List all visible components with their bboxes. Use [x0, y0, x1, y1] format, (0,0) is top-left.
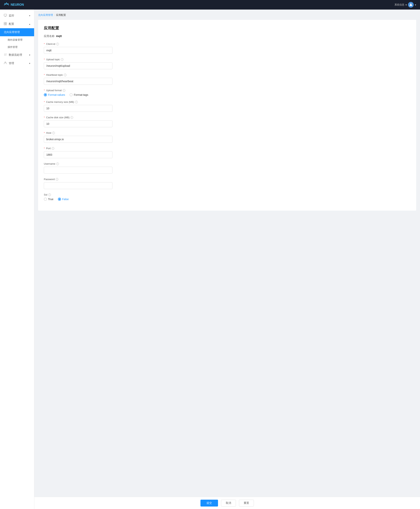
- sidebar-item-monitor[interactable]: 监控 ▾: [0, 11, 34, 20]
- heartbeat-topic-info-icon[interactable]: i: [64, 74, 67, 76]
- port-label: * Port i: [44, 147, 411, 150]
- username-input[interactable]: [44, 167, 112, 174]
- format-values-radio-dot[interactable]: [44, 93, 47, 96]
- logo-text: NEURON: [11, 3, 24, 7]
- main-content: 北向应用管理 / 应用配置 应用配置 应用名称 mqtt * Client-id…: [34, 9, 420, 509]
- logo: NEURON: [4, 2, 24, 8]
- client-id-group: * Client-id i: [44, 43, 411, 54]
- ssl-true-option[interactable]: True: [44, 198, 53, 201]
- upload-format-info-icon[interactable]: i: [63, 89, 65, 92]
- client-id-required-star: *: [44, 43, 45, 46]
- host-info-icon[interactable]: i: [52, 132, 55, 134]
- data-stream-chevron: ▾: [29, 54, 30, 56]
- client-id-input[interactable]: [44, 47, 112, 54]
- password-label: Password i: [44, 178, 411, 181]
- manage-icon: [4, 62, 7, 65]
- sidebar-item-south-device[interactable]: 南向设备管理: [0, 36, 34, 44]
- submit-button[interactable]: 提交: [201, 500, 218, 507]
- format-tags-option[interactable]: Format-tags: [69, 93, 88, 96]
- port-required-star: *: [44, 147, 45, 150]
- cache-disk-size-group: * Cache disk size (MB) i: [44, 116, 411, 127]
- cache-disk-info-icon[interactable]: i: [70, 116, 73, 119]
- host-input[interactable]: [44, 136, 112, 143]
- sidebar-item-data-stream-label: 数据流处理: [9, 53, 22, 57]
- sidebar-item-north-app[interactable]: 北向应用管理: [0, 28, 34, 36]
- data-stream-icon: [4, 53, 7, 57]
- format-tags-radio-dot[interactable]: [69, 93, 73, 96]
- svg-rect-3: [6, 22, 7, 23]
- svg-rect-1: [4, 14, 7, 16]
- heartbeat-topic-input[interactable]: [44, 78, 112, 85]
- cache-disk-size-label: * Cache disk size (MB) i: [44, 116, 411, 119]
- app-name-row: 应用名称 mqtt: [44, 35, 411, 38]
- app-name-label: 应用名称: [44, 35, 54, 38]
- cache-disk-required-star: *: [44, 116, 45, 119]
- username-group: Username i: [44, 162, 411, 174]
- upload-format-radio-group: Format-values Format-tags: [44, 93, 411, 96]
- format-values-option[interactable]: Format-values: [44, 93, 65, 96]
- sidebar: 监控 ▾ 配置 ▴ 北向应用管理 南向设备管理 插件管理 数据流处理: [0, 9, 34, 509]
- cache-memory-size-label: * Cache memory size (MB) i: [44, 100, 411, 103]
- ssl-label: Ssl i: [44, 193, 411, 196]
- ssl-info-icon[interactable]: i: [48, 193, 51, 196]
- app-name-value: mqtt: [56, 35, 62, 38]
- cancel-button[interactable]: 取消: [221, 500, 236, 507]
- cache-memory-required-star: *: [44, 100, 45, 103]
- username-info-icon[interactable]: i: [56, 162, 59, 165]
- monitor-icon: [4, 14, 7, 17]
- logo-icon: [4, 2, 9, 8]
- cache-memory-info-icon[interactable]: i: [75, 101, 78, 103]
- upload-topic-label: * Upload topic i: [44, 58, 411, 61]
- config-icon: [4, 22, 7, 26]
- avatar-chevron: ▾: [415, 3, 416, 6]
- reset-button[interactable]: 重置: [239, 500, 254, 507]
- breadcrumb-separator: /: [54, 14, 55, 17]
- client-id-info-icon[interactable]: i: [56, 43, 59, 46]
- password-info-icon[interactable]: i: [56, 178, 58, 181]
- password-input[interactable]: [44, 182, 112, 189]
- ssl-false-radio-dot[interactable]: [58, 198, 61, 201]
- footer: 提交 取消 重置: [34, 497, 420, 509]
- port-input[interactable]: [44, 151, 112, 158]
- page-title: 应用配置: [44, 26, 411, 31]
- system-info-label: 系统信息: [394, 3, 404, 7]
- sidebar-item-manage-label: 管理: [9, 62, 14, 65]
- password-group: Password i: [44, 178, 411, 189]
- header-right[interactable]: 系统信息 ▾ ▾: [394, 2, 416, 8]
- sidebar-item-config-label: 配置: [9, 22, 14, 26]
- ssl-true-radio-dot[interactable]: [44, 198, 47, 201]
- host-required-star: *: [44, 131, 45, 134]
- sidebar-item-north-app-label: 北向应用管理: [4, 31, 20, 34]
- sidebar-item-data-stream[interactable]: 数据流处理 ▾: [0, 51, 34, 59]
- heartbeat-topic-group: * Heartbeat topic i: [44, 73, 411, 85]
- svg-rect-2: [4, 22, 5, 23]
- sidebar-item-manage[interactable]: 管理 ▾: [0, 59, 34, 68]
- avatar[interactable]: [408, 2, 414, 8]
- ssl-group: Ssl i True False: [44, 193, 411, 201]
- upload-format-required-star: *: [44, 89, 45, 92]
- username-label: Username i: [44, 162, 411, 165]
- breadcrumb-parent[interactable]: 北向应用管理: [38, 13, 53, 17]
- host-label: * Host i: [44, 131, 411, 134]
- port-group: * Port i: [44, 147, 411, 158]
- header: NEURON 系统信息 ▾ ▾: [0, 0, 420, 9]
- format-values-label: Format-values: [48, 93, 65, 96]
- cache-disk-size-input[interactable]: [44, 120, 112, 127]
- sidebar-item-config[interactable]: 配置 ▴: [0, 20, 34, 28]
- ssl-false-option[interactable]: False: [58, 198, 69, 201]
- config-chevron: ▴: [29, 23, 30, 25]
- breadcrumb-current: 应用配置: [56, 13, 66, 17]
- app-config-card: 应用配置 应用名称 mqtt * Client-id i * Upload to…: [38, 20, 416, 211]
- sidebar-item-plugin-label: 插件管理: [8, 46, 17, 48]
- upload-topic-input[interactable]: [44, 62, 112, 69]
- cache-memory-size-input[interactable]: [44, 105, 112, 112]
- port-info-icon[interactable]: i: [52, 147, 54, 150]
- sidebar-item-plugin[interactable]: 插件管理: [0, 44, 34, 51]
- cache-memory-size-group: * Cache memory size (MB) i: [44, 100, 411, 112]
- upload-topic-required-star: *: [44, 58, 45, 61]
- upload-topic-group: * Upload topic i: [44, 58, 411, 69]
- upload-topic-info-icon[interactable]: i: [61, 58, 63, 61]
- format-tags-label: Format-tags: [74, 93, 88, 96]
- upload-format-group: * Upload format i Format-values Format-t…: [44, 89, 411, 96]
- ssl-true-label: True: [48, 198, 53, 201]
